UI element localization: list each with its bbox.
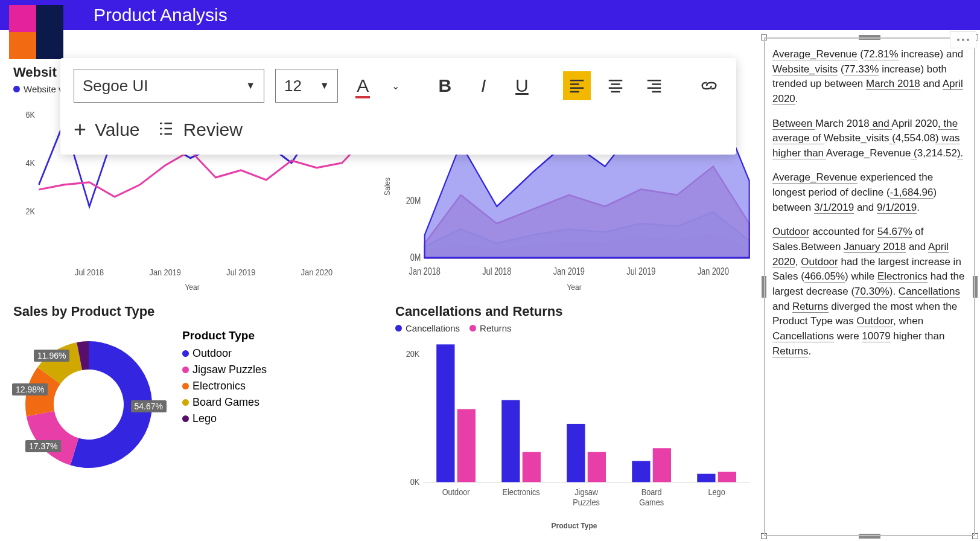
dynamic-value: 77.33%: [844, 63, 879, 75]
narrative-text-span: (: [858, 48, 864, 60]
narrative-paragraph: Average_Revenue experienced the longest …: [772, 170, 967, 215]
narrative-text-span: March 2018: [815, 118, 870, 129]
narrative-paragraph: Outdoor accounted for 54.67% of Sales.Be…: [772, 225, 967, 359]
narrative-text-span: ,: [795, 256, 801, 267]
svg-text:Jul 2019: Jul 2019: [226, 267, 255, 277]
dynamic-value: Website_visits: [772, 63, 838, 75]
dynamic-value: Cancellations: [899, 286, 960, 298]
chart-legend: Cancellations Returns: [395, 323, 753, 333]
font-size-select[interactable]: 12 ▼: [275, 69, 338, 103]
legend-item: Returns: [469, 323, 512, 333]
legend-item: Cancellations: [395, 323, 460, 333]
slice-label: 54.67%: [131, 400, 167, 412]
svg-rect-19: [457, 409, 476, 482]
italic-button[interactable]: I: [469, 71, 497, 100]
dynamic-value: and: [870, 118, 892, 130]
review-button[interactable]: Review: [157, 120, 243, 140]
text-format-toolbar: Segoe UI ▼ 12 ▼ A ⌄ B I U + Value: [60, 58, 736, 155]
narrative-text-span: accounted for: [809, 226, 877, 237]
dynamic-value: Outdoor: [857, 315, 894, 327]
link-icon: [700, 77, 718, 95]
align-right-icon: [645, 77, 663, 95]
legend-label: Electronics: [192, 380, 246, 392]
underline-button[interactable]: U: [508, 71, 536, 100]
legend-dot-icon: [182, 367, 189, 373]
panel-title: Cancellations and Returns: [395, 304, 753, 319]
smart-narrative-visual[interactable]: Average_Revenue (72.81% increase) and We…: [764, 37, 975, 536]
svg-text:Jan 2020: Jan 2020: [698, 266, 729, 277]
dynamic-value: 3/1/2019: [814, 202, 854, 214]
svg-text:2K: 2K: [25, 206, 35, 216]
narrative-text-span: (: [838, 63, 844, 75]
bold-button[interactable]: B: [431, 71, 459, 100]
font-color-icon: A: [357, 75, 369, 96]
list-check-icon: [157, 120, 175, 140]
font-family-value: Segoe UI: [83, 77, 148, 95]
narrative-paragraph: Average_Revenue (72.81% increase) and We…: [772, 47, 967, 107]
svg-rect-22: [523, 452, 541, 482]
legend-dot-icon: [182, 350, 189, 357]
legend-item[interactable]: Outdoor: [182, 347, 267, 360]
narrative-text[interactable]: Average_Revenue (72.81% increase) and We…: [764, 37, 975, 536]
legend-label: Lego: [192, 412, 217, 425]
dynamic-value: Outdoor: [772, 226, 809, 238]
svg-text:Jigsaw: Jigsaw: [574, 487, 598, 497]
app-logo: [9, 5, 63, 59]
svg-text:Jul 2019: Jul 2019: [626, 266, 655, 277]
font-size-value: 12: [284, 77, 302, 95]
legend-dot-icon: [395, 325, 402, 331]
narrative-text-span: .: [795, 93, 798, 104]
font-family-select[interactable]: Segoe UI ▼: [74, 69, 264, 103]
add-value-button[interactable]: + Value: [74, 117, 140, 142]
underline-icon: U: [515, 75, 529, 96]
chevron-down-icon: ⌄: [392, 80, 399, 92]
svg-text:Jul 2018: Jul 2018: [482, 266, 511, 277]
narrative-text-span: ) while: [845, 270, 877, 282]
dynamic-value: (: [911, 147, 917, 159]
narrative-text-span: , when: [893, 315, 923, 327]
svg-text:Board: Board: [641, 487, 662, 497]
add-value-label: Value: [95, 120, 140, 140]
legend-item[interactable]: Lego: [182, 412, 267, 425]
legend-item[interactable]: Board Games: [182, 396, 267, 409]
align-left-button[interactable]: [563, 71, 591, 100]
legend-item[interactable]: Electronics: [182, 380, 267, 392]
svg-text:Puzzles: Puzzles: [573, 498, 600, 507]
page-title: Product Analysis: [94, 5, 228, 25]
x-axis-label: Year: [395, 283, 753, 292]
dynamic-value: (: [889, 132, 895, 144]
link-button[interactable]: [695, 71, 723, 100]
legend-label: Jigsaw Puzzles: [192, 363, 267, 376]
legend-item[interactable]: Jigsaw Puzzles: [182, 363, 267, 376]
app-header: Product Analysis: [0, 0, 980, 30]
donut-chart[interactable]: 54.67% 17.37% 12.98% 11.96%: [13, 329, 164, 480]
narrative-text-span: and: [772, 301, 792, 312]
slice-label: 17.37%: [25, 440, 61, 452]
dynamic-value: 10079: [862, 330, 890, 342]
font-color-button[interactable]: A: [349, 71, 377, 100]
font-color-dropdown[interactable]: ⌄: [387, 71, 404, 100]
legend-dot-icon: [182, 415, 189, 422]
legend-dot-icon: [182, 383, 189, 389]
slice-label: 11.96%: [34, 350, 69, 362]
chevron-down-icon: ▼: [246, 80, 255, 91]
legend-label: Board Games: [192, 396, 259, 409]
svg-text:0K: 0K: [410, 477, 420, 487]
svg-text:Jan 2019: Jan 2019: [150, 267, 181, 277]
dynamic-value: 54.67%: [877, 226, 912, 238]
more-options-button[interactable]: [950, 31, 976, 48]
narrative-text-span: 3,214.52: [917, 147, 957, 159]
align-center-button[interactable]: [602, 71, 629, 100]
svg-text:Electronics: Electronics: [503, 487, 540, 497]
svg-text:6K: 6K: [25, 109, 35, 120]
svg-text:Lego: Lego: [708, 487, 725, 497]
dynamic-value: 72.81%: [864, 48, 899, 60]
legend-item: Website v: [13, 84, 63, 94]
align-right-button[interactable]: [640, 71, 668, 100]
bar-chart[interactable]: 20K0KOutdoorElectronicsJigsawPuzzlesBoar…: [395, 337, 753, 522]
svg-rect-32: [697, 473, 715, 482]
review-label: Review: [183, 120, 243, 140]
narrative-paragraph: Between March 2018 and April 2020, the a…: [772, 117, 967, 161]
sales-donut-panel: Sales by Product Type 54.67% 17.37% 12.9…: [13, 304, 371, 531]
legend-label: Returns: [480, 323, 512, 333]
